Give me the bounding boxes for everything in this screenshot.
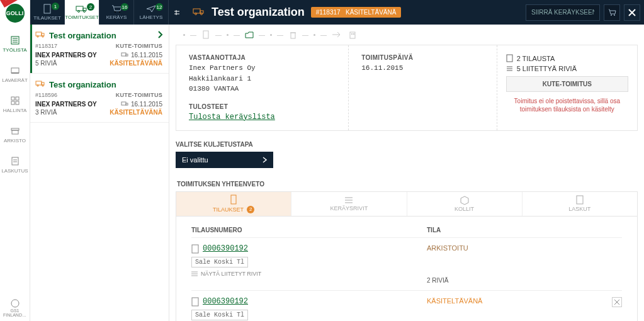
send-icon: 12 xyxy=(145,4,157,14)
search-area xyxy=(526,0,644,25)
card-date: 16.11.2015 xyxy=(131,52,162,59)
delivery-card[interactable]: Test organization #118596 KUTE-TOIMITUS … xyxy=(30,74,169,123)
tab-label: TILAUKSET xyxy=(33,15,61,21)
svg-rect-51 xyxy=(351,33,353,35)
kute-toimitus-button[interactable]: KUTE-TOIMITUS xyxy=(506,76,628,92)
summary-section: TOIMITUKSEN YHTEENVETO TILAUKSET 2 KERÄY… xyxy=(176,181,638,322)
tila-value: KÄSITELTÄVÄNÄ xyxy=(427,297,482,305)
order-row: 0006390192 Sale Koski Tl NÄYTÄ LIITETYT … xyxy=(191,290,622,322)
folder-icon[interactable] xyxy=(242,29,256,40)
globe-icon xyxy=(11,299,20,308)
tab-kerays[interactable]: 16 KERÄYS xyxy=(99,0,134,25)
box-icon xyxy=(460,196,469,205)
svg-point-42 xyxy=(37,85,38,86)
delete-warning: Toimitus ei ole poistettavissa, sillä os… xyxy=(506,97,628,113)
nav-arkisto[interactable]: ARKISTO xyxy=(0,126,30,144)
arrow-right-icon[interactable] xyxy=(329,29,343,40)
tab-label: TILAUKSET xyxy=(213,206,244,212)
clipboard-icon xyxy=(229,194,238,205)
card-id: #118596 xyxy=(35,92,57,98)
svg-rect-52 xyxy=(353,33,354,35)
svg-rect-62 xyxy=(192,245,198,253)
tab-lahetys[interactable]: 12 LÄHETYS xyxy=(134,0,169,25)
orders-count: 2 TILAUSTA xyxy=(517,55,555,62)
transport-dropdown[interactable]: Ei valittu xyxy=(176,152,273,168)
brand-logo[interactable]: GOLLI xyxy=(6,4,25,23)
print-picklist-link[interactable]: Tulosta keräyslista xyxy=(189,113,275,121)
recipient-line: Hakkilankaari 1 xyxy=(189,74,336,84)
grid-icon xyxy=(10,96,20,106)
svg-point-31 xyxy=(614,14,615,16)
svg-rect-44 xyxy=(121,102,126,105)
truck-icon xyxy=(35,31,45,40)
svg-rect-8 xyxy=(11,101,14,104)
delivery-card[interactable]: Test organization #118317 KUTE-TOIMITUS … xyxy=(30,25,169,74)
svg-rect-11 xyxy=(12,130,18,134)
truck-icon: 2 xyxy=(76,4,88,14)
delivery-list-panel: Test organization #118317 KUTE-TOIMITUS … xyxy=(30,25,169,321)
summary-tab-tilaukset[interactable]: TILAUKSET 2 xyxy=(176,192,291,216)
svg-point-43 xyxy=(42,85,43,86)
deliverydate-title: TOIMITUSPÄIVÄ xyxy=(361,54,483,61)
card-title: Test organization xyxy=(49,80,162,89)
list-icon xyxy=(10,35,20,45)
clipboard-icon xyxy=(191,244,199,254)
status-label: KÄSITELTÄVÄNÄ xyxy=(346,9,396,16)
store-chip: Sale Koski Tl xyxy=(191,257,248,268)
invoice-icon xyxy=(10,156,20,166)
tab-label: KERÄYS xyxy=(106,14,127,20)
card-title: Test organization xyxy=(49,31,154,40)
svg-rect-12 xyxy=(12,157,18,165)
svg-rect-53 xyxy=(507,55,512,62)
cart-icon: 16 xyxy=(111,4,122,14)
title-area: Test organization #118317 KÄSITELTÄVÄNÄ xyxy=(186,0,526,25)
svg-point-28 xyxy=(195,13,197,15)
nav-hallinta[interactable]: HALLINTA xyxy=(0,96,30,113)
summary-tab-laskut[interactable]: LASKUT xyxy=(523,192,637,216)
tab-toimitukset[interactable]: 2 TOIMITUKSET xyxy=(65,0,99,25)
svg-rect-66 xyxy=(192,298,198,306)
svg-rect-7 xyxy=(16,97,19,100)
svg-point-21 xyxy=(115,11,116,13)
svg-point-29 xyxy=(201,13,203,15)
close-button[interactable] xyxy=(624,4,640,21)
close-icon xyxy=(614,300,619,305)
badge: 1 xyxy=(52,3,59,10)
tab-label: KERÄYSRIVIT xyxy=(330,205,368,211)
clipboard-icon: 1 xyxy=(42,4,53,15)
trash-icon[interactable] xyxy=(286,29,300,40)
order-number-link[interactable]: 0006390192 xyxy=(203,297,248,306)
orders-table: TILAUSNUMERO TILA 0006390192 Sale Koski … xyxy=(176,217,638,322)
nav-tyolista[interactable]: TYÖLISTA xyxy=(0,35,30,53)
remove-row-button[interactable] xyxy=(612,297,622,307)
show-attached-rows[interactable]: NÄYTÄ LIITETYT RIVIT xyxy=(191,271,427,277)
order-number-link[interactable]: 0006390192 xyxy=(203,244,248,253)
svg-rect-40 xyxy=(36,81,42,85)
card-date: 16.11.2015 xyxy=(131,101,162,108)
prints-title: TULOSTEET xyxy=(189,103,336,110)
tab-tilaukset[interactable]: 1 TILAUKSET xyxy=(30,0,65,25)
search-input[interactable] xyxy=(526,4,600,21)
svg-rect-45 xyxy=(126,103,128,105)
summary-tab-kollit[interactable]: KOLLIT xyxy=(407,192,523,216)
collapse-panel-icon[interactable] xyxy=(169,0,186,25)
svg-rect-38 xyxy=(121,53,126,56)
building-icon[interactable] xyxy=(346,29,359,40)
footer-text: GS1 FINLAND… xyxy=(0,308,30,317)
nav-laskutus[interactable]: LASKUTUS xyxy=(0,156,30,174)
summary-tab-keraysrivit[interactable]: KERÄYSRIVIT xyxy=(291,192,407,216)
nav-label: HALLINTA xyxy=(3,108,27,113)
clipboard-icon[interactable] xyxy=(199,29,213,40)
cart-action-button[interactable] xyxy=(604,4,620,21)
kute-label: KUTE-TOIMITUS xyxy=(116,92,162,98)
svg-rect-50 xyxy=(350,32,355,38)
status-id: #118317 xyxy=(316,9,341,16)
clipboard-icon xyxy=(506,54,513,62)
truck-small-icon xyxy=(121,52,129,58)
svg-rect-6 xyxy=(11,97,14,100)
order-row: 0006390192 Sale Koski Tl NÄYTÄ LIITETYT … xyxy=(191,237,622,290)
recipient-line: 01380 VANTAA xyxy=(189,84,336,94)
date-panel: TOIMITUSPÄIVÄ 16.11.2015 xyxy=(349,45,497,130)
nav-lavaerat[interactable]: LAVAERÄT xyxy=(0,65,30,83)
svg-rect-9 xyxy=(16,101,19,104)
